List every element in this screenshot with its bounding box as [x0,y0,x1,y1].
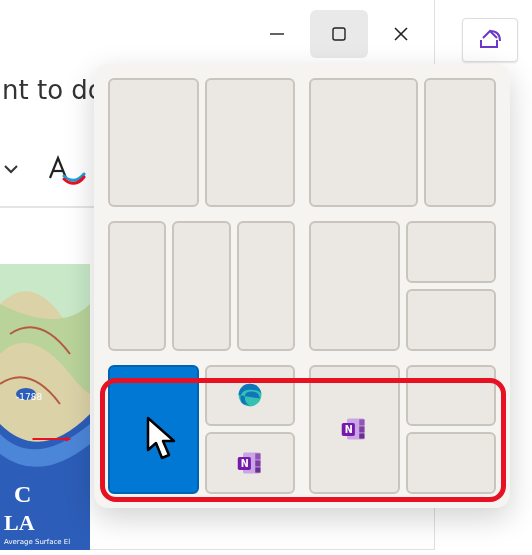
snap-layout-three-columns[interactable] [108,221,295,350]
snap-zone[interactable] [172,221,230,350]
chevron-down-icon[interactable] [0,158,22,180]
svg-rect-13 [255,454,260,460]
snap-layout-fifty-fifty[interactable] [108,78,295,207]
snap-zone-selected[interactable] [108,365,199,494]
maximize-button[interactable] [310,10,368,58]
svg-text:Average Surface El: Average Surface El [4,538,70,546]
snap-zone-onenote[interactable]: N [309,365,400,494]
onenote-icon: N [236,449,264,477]
minimize-button[interactable] [248,10,306,58]
svg-text:-1788: -1788 [16,392,42,402]
svg-text:LA: LA [4,510,35,535]
snap-layout-fifty-fifty-quarters[interactable] [309,221,496,350]
svg-rect-15 [255,468,260,473]
svg-rect-1 [333,28,345,40]
snap-layouts-flyout: N N [94,64,510,508]
snap-zone-edge[interactable] [205,365,296,427]
svg-rect-19 [360,420,365,426]
svg-rect-20 [360,427,365,433]
snap-zone[interactable] [108,221,166,350]
snap-zone[interactable] [309,78,418,207]
svg-text:N: N [241,459,249,470]
snap-zone[interactable] [205,78,296,207]
snap-layout-seventy-thirty[interactable] [309,78,496,207]
snap-zone-onenote[interactable]: N [205,432,296,494]
snap-zone[interactable] [108,78,199,207]
snap-zone[interactable] [237,221,295,350]
window-titlebar [0,0,434,68]
svg-text:C: C [14,481,31,507]
svg-rect-14 [255,461,260,467]
snap-zone[interactable] [406,365,497,427]
minimize-icon [268,25,286,43]
text-effects-icon[interactable] [44,152,86,186]
onenote-icon: N [340,415,368,443]
snap-zone[interactable] [406,432,497,494]
share-button[interactable] [462,18,518,62]
ribbon-tools [0,152,86,186]
snap-zone[interactable] [406,221,497,283]
svg-text:N: N [345,425,353,436]
snap-zone[interactable] [406,289,497,351]
screenshot-scene: nt to do -1788 C [0,0,532,555]
close-icon [392,25,410,43]
snap-zone[interactable] [424,78,496,207]
maximize-icon [330,25,348,43]
snap-layout-left-half-two-right[interactable]: N [108,365,295,494]
svg-rect-21 [360,434,365,439]
document-map-image: -1788 C LA Average Surface El [0,264,90,550]
edge-icon [236,381,264,409]
snap-layout-left-half-right-stack[interactable]: N [309,365,496,494]
snap-zone[interactable] [309,221,400,350]
share-icon [477,28,503,52]
close-button[interactable] [372,10,430,58]
